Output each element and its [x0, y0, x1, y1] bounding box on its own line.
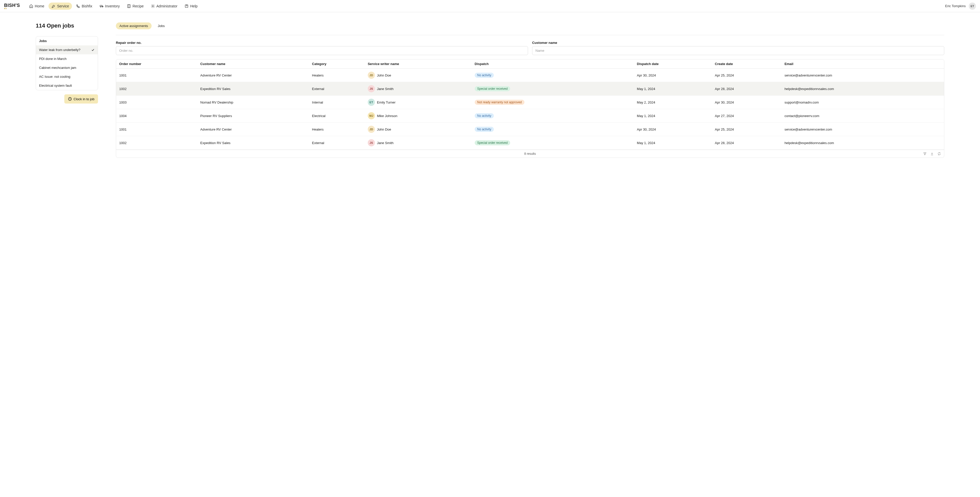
cell-email: service@adventurervcenter.com — [783, 68, 944, 82]
nav-item-bishfix[interactable]: Bishfix — [73, 3, 95, 10]
filter-customer-label: Customer name — [532, 41, 944, 44]
content-area: Active assignmentsJobs Repair order no. … — [116, 22, 944, 158]
page-title: 114 Open jobs — [36, 22, 98, 29]
dispatch-badge: No activity — [475, 113, 494, 118]
filter-icon[interactable] — [923, 152, 927, 156]
book-icon — [127, 4, 131, 8]
job-item[interactable]: AC Issue: not cooling — [36, 72, 98, 81]
filter-order-label: Repair order no. — [116, 41, 528, 44]
job-item[interactable]: PDI done in March — [36, 54, 98, 63]
cell-dispatch-date: Apr 30, 2024 — [635, 68, 713, 82]
cell-order: 1002 — [116, 136, 198, 150]
cell-writer: MJMike Johnson — [366, 109, 473, 123]
check-icon — [91, 48, 95, 52]
cell-category: Heaters — [310, 68, 366, 82]
table-row[interactable]: 1004Pioneer RV SuppliersElectricalMJMike… — [116, 109, 944, 123]
nav-item-service[interactable]: Service — [48, 3, 72, 10]
table-row[interactable]: 1001Adventure RV CenterHeatersJDJohn Doe… — [116, 68, 944, 82]
nav-item-home[interactable]: Home — [26, 3, 47, 10]
cell-category: Internal — [310, 95, 366, 109]
cell-customer: Nomad RV Dealership — [198, 95, 310, 109]
job-item[interactable]: Electirical system fault — [36, 81, 98, 90]
col-header[interactable]: Create date — [713, 59, 783, 68]
cell-create-date: Apr 28, 2024 — [713, 82, 783, 95]
cell-order: 1003 — [116, 95, 198, 109]
order-no-input[interactable] — [116, 46, 528, 55]
customer-name-input[interactable] — [532, 46, 944, 55]
cell-category: External — [310, 82, 366, 95]
nav-item-inventory[interactable]: Inventory — [97, 3, 123, 10]
nav-label: Recipe — [132, 4, 144, 8]
refresh-icon[interactable] — [937, 152, 941, 156]
cell-writer: JDJohn Doe — [366, 68, 473, 82]
col-header[interactable]: Dispatch date — [635, 59, 713, 68]
table-row[interactable]: 1002Expedition RV SalesExternalJSJane Sm… — [116, 136, 944, 150]
job-label: Cabinet mechcanism jam — [39, 66, 76, 70]
cell-order: 1001 — [116, 68, 198, 82]
cell-customer: Adventure RV Center — [198, 68, 310, 82]
user-avatar[interactable]: ET — [969, 3, 976, 10]
writer-avatar: MJ — [368, 112, 375, 119]
cell-order: 1004 — [116, 109, 198, 123]
clock-in-button[interactable]: Clock in to job — [64, 94, 98, 103]
filter-customer: Customer name — [532, 41, 944, 55]
writer-avatar: JD — [368, 71, 375, 79]
cell-category: Heaters — [310, 123, 366, 136]
top-bar: BISH'S RV HomeServiceBishfixInventoryRec… — [0, 0, 980, 12]
main-nav: HomeServiceBishfixInventoryRecipeAdminis… — [26, 3, 200, 10]
tab-jobs[interactable]: Jobs — [154, 22, 168, 29]
cell-customer: Pioneer RV Suppliers — [198, 109, 310, 123]
table-row[interactable]: 1003Nomad RV DealershipInternalETEmily T… — [116, 95, 944, 109]
writer-avatar: JD — [368, 126, 375, 133]
job-item[interactable]: Water leak from underbelly? — [36, 45, 98, 54]
cell-writer: ETEmily Turner — [366, 95, 473, 109]
col-header[interactable]: Category — [310, 59, 366, 68]
cell-email: service@adventurervcenter.com — [783, 123, 944, 136]
cell-dispatch: No activity — [473, 109, 635, 123]
col-header[interactable]: Dispatch — [473, 59, 635, 68]
job-item[interactable]: Cabinet mechcanism jam — [36, 63, 98, 72]
dispatch-badge: No activity — [475, 127, 494, 132]
cell-create-date: Apr 25, 2024 — [713, 123, 783, 136]
col-header[interactable]: Email — [783, 59, 944, 68]
col-header[interactable]: Customer name — [198, 59, 310, 68]
cell-dispatch-date: Apr 30, 2024 — [635, 123, 713, 136]
cell-writer: JDJohn Doe — [366, 123, 473, 136]
nav-item-recipe[interactable]: Recipe — [124, 3, 147, 10]
results-count: 8 results — [524, 152, 536, 156]
table-footer: 8 results — [116, 150, 944, 157]
cell-writer: JSJane Smith — [366, 82, 473, 95]
filter-order: Repair order no. — [116, 41, 528, 55]
home-icon — [29, 4, 33, 8]
nav-label: Inventory — [105, 4, 120, 8]
col-header[interactable]: Order number — [116, 59, 198, 68]
writer-avatar: ET — [368, 99, 375, 106]
content-tabs: Active assignmentsJobs — [116, 22, 944, 29]
cell-category: External — [310, 136, 366, 150]
cell-dispatch: Not ready warranty not approved — [473, 95, 635, 109]
assignments-table: Order numberCustomer nameCategoryService… — [116, 59, 944, 158]
cell-dispatch: Special order received — [473, 82, 635, 95]
cell-dispatch: No activity — [473, 68, 635, 82]
cell-email: support@nomadrv.com — [783, 95, 944, 109]
phone-icon — [76, 4, 80, 8]
cell-create-date: Apr 27, 2024 — [713, 109, 783, 123]
nav-item-administrator[interactable]: Administrator — [148, 3, 180, 10]
table-row[interactable]: 1002Expedition RV SalesExternalJSJane Sm… — [116, 82, 944, 95]
clock-in-label: Clock in to job — [73, 97, 94, 101]
nav-label: Help — [190, 4, 197, 8]
dispatch-badge: Special order received — [475, 140, 510, 145]
job-label: AC Issue: not cooling — [39, 75, 70, 79]
job-label: Electirical system fault — [39, 84, 72, 87]
tab-active-assignments[interactable]: Active assignments — [116, 22, 151, 29]
table-row[interactable]: 1001Adventure RV CenterHeatersJDJohn Doe… — [116, 123, 944, 136]
logo[interactable]: BISH'S RV — [4, 3, 20, 10]
job-label: PDI done in March — [39, 57, 67, 61]
cell-create-date: Apr 25, 2024 — [713, 68, 783, 82]
col-header[interactable]: Service writer name — [366, 59, 473, 68]
table-scroll[interactable]: Order numberCustomer nameCategoryService… — [116, 59, 944, 150]
help-icon — [185, 4, 189, 8]
tab-label: Active assignments — [119, 24, 148, 28]
nav-item-help[interactable]: Help — [181, 3, 200, 10]
download-icon[interactable] — [930, 152, 934, 156]
